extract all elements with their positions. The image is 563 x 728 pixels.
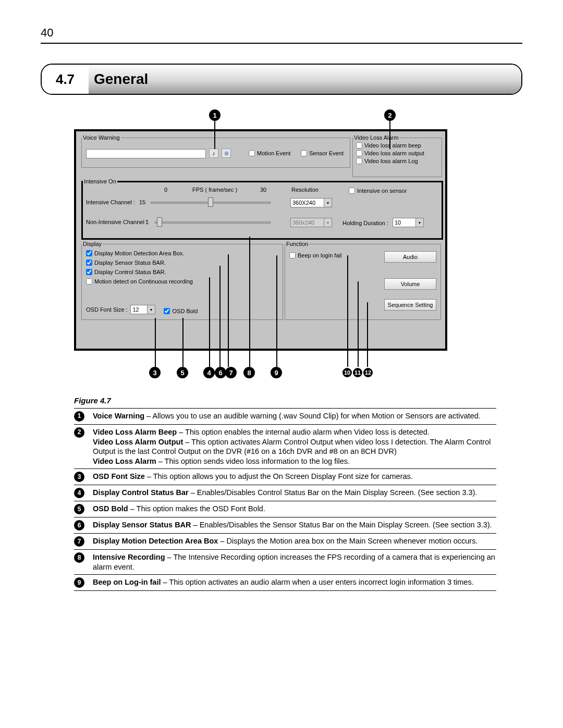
description-row: 4Display Control Status Bar – Enables/Di…: [74, 485, 496, 501]
intensive-on-sensor-checkbox[interactable]: Intensive on sensor: [349, 188, 407, 194]
description-text: Display Sensor Status BAR – Enables/Disa…: [93, 520, 496, 530]
lead-9: [276, 255, 277, 367]
callout-9: 9: [271, 367, 282, 378]
globe-icon[interactable]: ⊛: [222, 149, 231, 158]
description-bubble: 2: [74, 427, 84, 438]
description-bubble: 5: [74, 504, 84, 514]
screenshot: Voice Warning ♪ ⊛ Motion Event Sensor Ev…: [74, 129, 447, 351]
beep-login-checkbox[interactable]: Beep on login fail: [289, 252, 341, 258]
motion-event-checkbox[interactable]: Motion Event: [249, 150, 290, 156]
video-loss-alarm-group: Video Loss Alarm Video loss alarm beep V…: [352, 134, 442, 177]
lead-11: [358, 281, 359, 367]
description-row: 3OSD Font Size – This option allows you …: [74, 469, 496, 485]
motion-continuous-checkbox[interactable]: Motion detect on Continuous recording: [86, 278, 283, 285]
lead-7: [228, 254, 229, 367]
scale-max: 30: [260, 187, 266, 193]
callout-1: 1: [209, 109, 221, 121]
osd-bold-checkbox[interactable]: OSD Bold: [164, 308, 198, 314]
chevron-down-icon: ▾: [324, 199, 332, 207]
description-text: Intensive Recording – The Intensive Reco…: [93, 552, 496, 572]
description-text: OSD Bold – This option makes the OSD Fon…: [93, 504, 496, 514]
callout-8: 8: [243, 367, 255, 378]
voice-warning-legend: Voice Warning: [82, 134, 121, 141]
display-motion-box-checkbox[interactable]: Display Motion Detection Area Box.: [86, 250, 283, 256]
callout-12: 12: [363, 368, 373, 377]
vla-output-checkbox[interactable]: Video loss alarm output: [356, 150, 442, 156]
lead-2: [389, 121, 390, 149]
osd-font-select[interactable]: 12▾: [130, 305, 155, 314]
section-number: 4.7: [42, 65, 89, 94]
intensive-channel-value: 15: [139, 199, 145, 205]
description-bubble: 6: [74, 520, 84, 530]
callout-3: 3: [149, 367, 161, 378]
resolution-label: Resolution: [291, 187, 319, 193]
description-bubble: 1: [74, 411, 84, 422]
vla-beep-checkbox[interactable]: Video loss alarm beep: [356, 142, 442, 149]
description-row: 1Voice Warning – Allows you to use an au…: [74, 408, 496, 425]
description-row: 8Intensive Recording – The Intensive Rec…: [74, 550, 496, 575]
note-icon[interactable]: ♪: [209, 149, 218, 158]
description-bubble: 3: [74, 472, 84, 482]
vla-log-checkbox[interactable]: Video loss alarm Log: [356, 158, 442, 164]
voice-path-input[interactable]: [86, 149, 206, 158]
section-header: 4.7 General: [41, 64, 522, 95]
voice-warning-group: Voice Warning ♪ ⊛ Motion Event Sensor Ev…: [81, 134, 350, 168]
volume-button[interactable]: Volume: [384, 278, 436, 290]
description-row: 6Display Sensor Status BAR – Enables/Dis…: [74, 517, 496, 534]
lead-1: [214, 121, 215, 149]
osd-font-label: OSD Font Size :: [86, 306, 127, 313]
page-number: 40: [41, 26, 522, 40]
top-rule: [41, 43, 522, 44]
sensor-event-checkbox[interactable]: Sensor Event: [301, 150, 344, 156]
vla-legend: Video Loss Alarm: [353, 134, 399, 141]
nonintensive-channel-label: Non-Intensive Channel :: [86, 219, 148, 225]
resolution-select[interactable]: 360X240▾: [290, 198, 332, 207]
figure: 1 2 Voice Warning ♪ ⊛ Motion Event Senso…: [41, 109, 522, 386]
display-legend: Display: [82, 241, 103, 247]
lead-5: [182, 318, 183, 367]
description-row: 5OSD Bold – This option makes the OSD Fo…: [74, 501, 496, 517]
chevron-down-icon: ▾: [415, 218, 423, 227]
callout-5: 5: [177, 367, 188, 378]
holding-duration-label: Holding Duration :: [342, 220, 388, 226]
description-bubble: 7: [74, 536, 84, 547]
description-list: 1Voice Warning – Allows you to use an au…: [74, 408, 496, 591]
callout-10: 10: [342, 368, 352, 377]
nonintensive-channel-value: 1: [145, 219, 149, 225]
lead-6: [219, 266, 221, 367]
description-bubble: 8: [74, 552, 84, 563]
intensive-on-group: Intensive On 0 FPS ( frame/sec ) 30 Inte…: [81, 178, 443, 240]
resolution-select-disabled: 360x240▾: [290, 218, 332, 227]
nonintensive-slider-thumb[interactable]: [157, 217, 162, 227]
description-row: 9Beep on Log-in fail – This option activ…: [74, 575, 496, 591]
description-bubble: 4: [74, 488, 84, 498]
lead-12: [367, 302, 368, 367]
intensive-channel-label: Intensive Channel :: [86, 199, 135, 205]
osd-row: OSD Font Size : 12▾ OSD Bold: [86, 305, 198, 314]
description-text: Video Loss Alarm Beep – This option enab…: [93, 427, 496, 466]
callout-6: 6: [215, 367, 226, 378]
description-text: Display Control Status Bar – Enables/Dis…: [93, 488, 496, 498]
lead-3: [155, 318, 156, 367]
sequence-setting-button[interactable]: Sequence Setting: [384, 299, 436, 311]
callout-4: 4: [203, 367, 215, 378]
nonintensive-slider[interactable]: [155, 221, 271, 224]
display-control-bar-checkbox[interactable]: Display Control Status BAR.: [86, 269, 283, 275]
display-sensor-bar-checkbox[interactable]: Display Sensor Status BAR.: [86, 260, 283, 266]
lead-8: [249, 237, 250, 367]
display-group: Display Display Motion Detection Area Bo…: [81, 241, 283, 320]
scale-min: 0: [164, 187, 167, 193]
chevron-down-icon: ▾: [324, 218, 332, 227]
description-text: Beep on Log-in fail – This option activa…: [93, 577, 496, 587]
description-row: 2Video Loss Alarm Beep – This option ena…: [74, 425, 496, 469]
intensive-slider-thumb[interactable]: [208, 198, 213, 207]
holding-duration-select[interactable]: 10▾: [393, 218, 424, 227]
callout-11: 11: [353, 368, 362, 377]
figure-caption: Figure 4.7: [74, 396, 522, 405]
description-row: 7Display Motion Detection Area Box – Dis…: [74, 534, 496, 550]
description-text: OSD Font Size – This option allows you t…: [93, 472, 496, 482]
section-title: General: [89, 65, 521, 94]
description-text: Voice Warning – Allows you to use an aud…: [93, 411, 496, 421]
audio-button[interactable]: Audio: [384, 251, 436, 263]
intensive-legend: Intensive On: [83, 178, 117, 184]
